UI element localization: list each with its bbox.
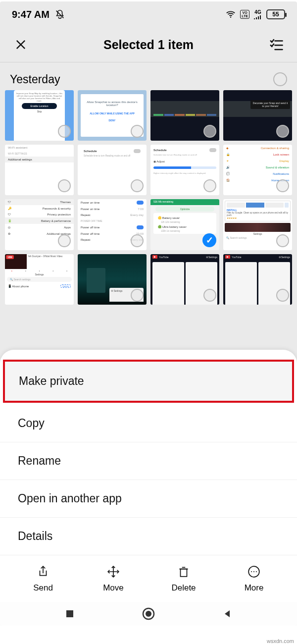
thumb-text: 18M: [6, 255, 14, 259]
thumb-text: About phone: [12, 285, 29, 288]
thumb-text: Yeh Dooriyan - Official Music Video: [27, 254, 74, 269]
select-radio[interactable]: [276, 179, 289, 192]
battery-icon: 55: [266, 9, 285, 19]
thumb-text: Repeat: [81, 238, 90, 241]
thumbnail[interactable]: Decorate your Snap and send it to your f…: [223, 90, 292, 141]
thumb-text: Skip: [16, 110, 63, 113]
thumbnail[interactable]: Wi-Fi assistant WI-FI SETTINGS Additiona…: [5, 145, 74, 195]
thumbnail[interactable]: Improve your Snap Map by enabling locati…: [5, 90, 74, 141]
bottom-sheet: Make private Copy Rename Open in another…: [0, 350, 297, 604]
action-bar: Send Move: [0, 555, 297, 604]
thumb-text: Optimize: [155, 207, 214, 212]
thumb-text: Privacy protection: [47, 213, 71, 216]
dnd-icon: [54, 9, 65, 20]
select-radio[interactable]: [58, 234, 71, 247]
thumb-text: 133h 1m remaining: [155, 230, 215, 232]
thumb-text: Power off time: [81, 226, 99, 229]
thumbnail[interactable]: 526 Mb remaining Optimize 🟡 Battery save…: [150, 199, 219, 250]
select-all-icon[interactable]: [267, 36, 285, 54]
delete-button[interactable]: Delete: [156, 564, 211, 593]
thumbnail[interactable]: ◆ Connection & sharing 🔒 Lock screen ☀ D…: [223, 145, 292, 195]
system-nav-bar: [0, 602, 297, 626]
thumbnail[interactable]: Power on time Power on time7:00 RepeatEv…: [78, 199, 147, 250]
thumb-text: Schedule: [84, 150, 97, 153]
thumb-text: YouTube: [232, 256, 242, 259]
thumbnail[interactable]: 🛡 Themes 🔑 Passwords & security 🛡 Privac…: [5, 199, 74, 250]
menu-rename[interactable]: Rename: [0, 442, 297, 480]
thumb-text: Higher intensity might affect the way co…: [150, 171, 219, 175]
thumb-text: Improve your Snap Map by enabling locati…: [16, 92, 63, 102]
thumbnail[interactable]: Schedule Schedule time to turn Reading m…: [78, 145, 147, 195]
volte-icon: VO LTE: [240, 10, 249, 19]
thumbnail[interactable]: ▶ YouTube ⚙ Settings: [150, 254, 219, 305]
thumb-text: Additional settings: [5, 157, 74, 162]
thumb-text: POWER OFF TIME: [78, 218, 147, 224]
action-label: Move: [103, 583, 124, 593]
thumb-text: Battery & performance: [41, 219, 71, 222]
thumb-text: Settings: [208, 256, 217, 259]
close-icon[interactable]: [12, 36, 30, 54]
network-icon: 4G: [253, 9, 262, 20]
svg-rect-9: [181, 569, 187, 577]
thumbnail[interactable]: ⚙ Settings: [78, 254, 147, 305]
back-button[interactable]: [218, 605, 236, 623]
thumb-text: Settings: [5, 273, 74, 276]
select-radio[interactable]: [131, 234, 144, 247]
svg-rect-16: [66, 610, 73, 617]
more-button[interactable]: More: [227, 564, 281, 593]
select-section-radio[interactable]: [273, 72, 287, 86]
section-title: Yesterday: [10, 73, 60, 86]
thumbnail[interactable]: Schedule Schedule time to turn Reading m…: [150, 145, 219, 195]
thumb-text: Battery saver: [162, 216, 180, 219]
thumb-text: Decorate your Snap and send it to your f…: [250, 100, 290, 109]
menu-copy[interactable]: Copy: [0, 405, 297, 442]
select-radio[interactable]: [131, 179, 144, 192]
action-label: Delete: [171, 583, 196, 593]
selected-check-icon[interactable]: ✓: [202, 233, 216, 247]
thumb-text: YouTube: [159, 256, 169, 259]
title-bar: Selected 1 item: [0, 27, 297, 62]
thumb-text: Notifications: [273, 172, 289, 175]
svg-point-14: [253, 571, 254, 572]
thumbnail[interactable]: INSTALL Files by Google: Clean up space …: [223, 199, 292, 250]
select-radio[interactable]: [276, 125, 289, 138]
thumb-text: Ultra battery saver: [162, 225, 187, 228]
thumb-text: WI-FI SETTINGS: [5, 151, 74, 157]
thumbnail-grid: Improve your Snap Map by enabling locati…: [0, 90, 297, 309]
thumb-text: Power off time: [81, 232, 99, 235]
thumbnail[interactable]: ▶ YouTube ⚙ Settings: [223, 254, 292, 305]
thumbnail[interactable]: Allow Snapchat to access this device's l…: [78, 90, 147, 141]
select-radio[interactable]: [203, 125, 216, 138]
recents-button[interactable]: [61, 605, 79, 623]
thumb-text: Apps: [64, 226, 71, 229]
action-label: Send: [33, 583, 53, 593]
thumb-text: ALLOW ONLY WHILE USING THE APP: [83, 110, 142, 117]
thumb-text: Search settings: [13, 278, 30, 281]
thumb-text: Schedule time to turn Reading mode on an…: [81, 155, 144, 157]
thumb-text: Power on time: [81, 201, 99, 204]
thumb-text: Enable Location: [22, 103, 57, 109]
thumb-text: Settings: [281, 256, 290, 259]
watermark: wsxdn.com: [267, 638, 294, 644]
select-radio[interactable]: [131, 289, 144, 302]
thumbnail[interactable]: 18M Yeh Dooriyan - Official Music Video …: [5, 254, 74, 305]
home-button[interactable]: [140, 605, 157, 623]
menu-open-in-app[interactable]: Open in another app: [0, 480, 297, 518]
select-radio[interactable]: [276, 289, 289, 302]
send-button[interactable]: Send: [16, 564, 70, 593]
move-icon: [106, 564, 121, 579]
more-icon: [247, 564, 261, 579]
thumb-text: Sound & vibration: [266, 166, 289, 169]
delete-icon: [176, 564, 191, 579]
menu-details[interactable]: Details: [0, 518, 297, 555]
thumb-text: Lock screen: [273, 153, 289, 156]
thumbnail[interactable]: [150, 90, 219, 141]
select-radio[interactable]: [58, 179, 71, 192]
select-radio[interactable]: [203, 179, 216, 192]
select-radio[interactable]: [276, 234, 289, 247]
section-header: Yesterday: [0, 62, 297, 90]
move-button[interactable]: Move: [86, 564, 141, 593]
slider: [153, 166, 216, 169]
menu-make-private[interactable]: Make private: [3, 360, 294, 403]
select-radio[interactable]: [203, 289, 216, 302]
